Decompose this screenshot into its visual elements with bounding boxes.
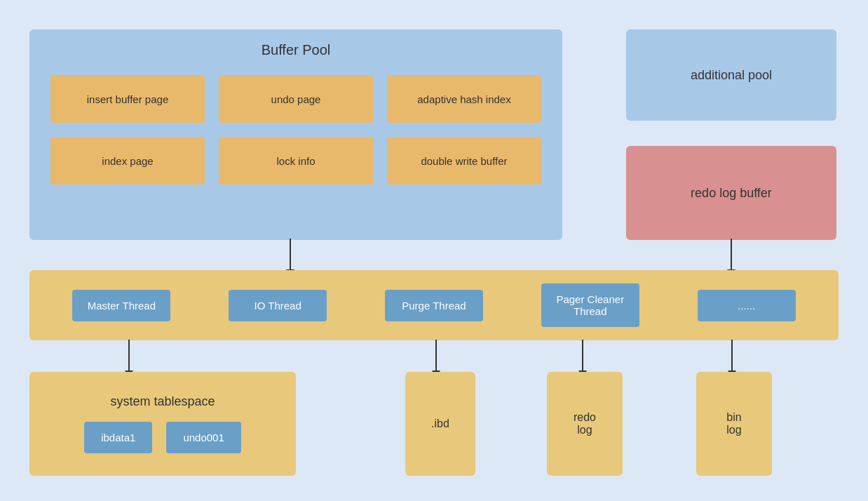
thread-container: Master Thread IO Thread Purge Thread Pag… [29,270,839,340]
undo001-item: undo001 [166,422,240,453]
ibdata1-item: ibdata1 [84,422,152,453]
ellipsis-thread: ...... [698,290,796,321]
arrow-bufferpool-to-threads [290,239,291,271]
buffer-pool-cells: insert buffer page undo page adaptive ha… [29,75,562,199]
diagram: Buffer Pool insert buffer page undo page… [0,0,868,501]
cell-lock-info: lock info [219,137,373,185]
cell-undo-page: undo page [219,75,373,123]
system-tablespace-title: system tablespace [110,394,215,409]
purge-thread: Purge Thread [385,290,483,321]
system-tablespace-container: system tablespace ibdata1 undo001 [29,372,296,476]
master-thread: Master Thread [72,290,170,321]
io-thread: IO Thread [229,290,327,321]
arrow-master-to-tablespace [128,340,130,372]
redo-log-buffer-label: redo log buffer [691,186,772,201]
cell-adaptive-hash-index: adaptive hash index [387,75,541,123]
buffer-pool-title: Buffer Pool [29,29,562,58]
arrow-ellipsis-to-binlog [731,340,733,372]
additional-pool-label: additional pool [691,68,772,83]
redo-log-box: redo log [547,372,623,476]
ibd-box: .ibd [405,372,475,476]
cell-insert-buffer-page: insert buffer page [50,75,205,123]
arrow-redolog-to-threads [731,239,732,271]
system-tablespace-items: ibdata1 undo001 [84,422,241,453]
cell-index-page: index page [50,137,205,185]
arrow-purge-to-ibd [435,340,437,372]
cell-double-write-buffer: double write buffer [387,137,541,185]
bin-log-box: bin log [696,372,772,476]
buffer-pool-container: Buffer Pool insert buffer page undo page… [29,29,562,240]
pager-cleaner-thread: Pager Cleaner Thread [541,283,639,327]
additional-pool-container: additional pool [626,29,836,121]
arrow-pager-to-redolog [582,340,583,372]
redo-log-buffer-container: redo log buffer [626,146,836,240]
